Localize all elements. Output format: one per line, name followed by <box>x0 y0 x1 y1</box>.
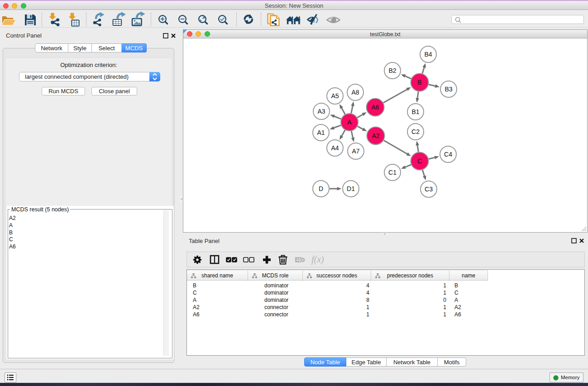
svg-text:B4: B4 <box>424 51 432 58</box>
svg-text:B3: B3 <box>445 86 452 93</box>
svg-text:C1: C1 <box>388 169 397 176</box>
svg-text:A4: A4 <box>331 144 339 152</box>
svg-text:C2: C2 <box>411 128 420 135</box>
svg-text:A5: A5 <box>331 92 339 100</box>
svg-text:A2: A2 <box>372 132 379 139</box>
svg-text:A7: A7 <box>352 148 359 155</box>
svg-text:B: B <box>417 79 421 86</box>
svg-text:D: D <box>319 185 323 192</box>
svg-text:B1: B1 <box>411 108 419 115</box>
svg-text:A8: A8 <box>351 89 359 96</box>
svg-text:C4: C4 <box>444 151 452 158</box>
svg-text:B2: B2 <box>388 67 396 74</box>
svg-text:A3: A3 <box>317 108 325 115</box>
svg-text:C: C <box>417 157 422 165</box>
svg-text:A1: A1 <box>317 129 325 136</box>
svg-text:C3: C3 <box>425 186 433 193</box>
svg-text:f(x): f(x) <box>311 254 324 265</box>
svg-text:A6: A6 <box>371 104 379 111</box>
svg-text:A: A <box>347 119 352 126</box>
svg-text:D1: D1 <box>347 185 355 192</box>
